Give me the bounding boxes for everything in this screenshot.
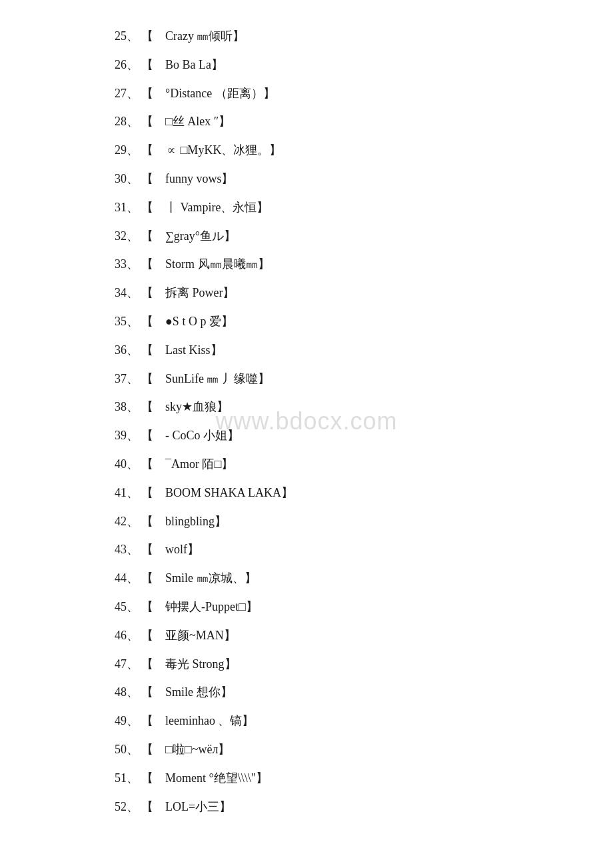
item-number: 49、 [107,711,139,731]
item-number: 50、 [107,740,139,759]
list-item: 30、【 funny vows】 [107,169,506,189]
item-number: 48、 [107,683,139,702]
item-number: 37、 [107,369,139,389]
item-text: 【 □丝 Alex ″】 [141,112,506,131]
list-item: 42、【 blingbling】 [107,512,506,531]
item-number: 39、 [107,426,139,445]
list-item: 41、【 BOOM SHAKA LAKA】 [107,483,506,503]
item-text: 【 亚颜~MAN】 [141,626,506,645]
item-text: 【 funny vows】 [141,169,506,189]
item-text: 【 °Distance （距离）】 [141,84,506,103]
list-item: 25、【 Crazy ㎜倾听】 [107,27,506,46]
item-text: 【 ●S t O p 爱】 [141,312,506,331]
list-item: 37、【 SunLife ㎜ 丿缘噬】 [107,369,506,389]
item-text: 【 LOL=小三】 [141,797,506,817]
item-number: 45、 [107,597,139,617]
item-number: 30、 [107,169,139,189]
item-text: 【 ¯Amor 陌□】 [141,455,506,474]
list-item: 50、【 □啦□~wёл】 [107,740,506,759]
list-item: 38、【 sky★血狼】 [107,397,506,417]
item-text: 【 Storm 风㎜晨曦㎜】 [141,255,506,274]
item-number: 38、 [107,397,139,417]
item-number: 47、 [107,655,139,674]
item-number: 33、 [107,255,139,274]
list-item: 32、【 ∑gray°鱼ル】 [107,227,506,246]
item-text: 【 毒光 Strong】 [141,655,506,674]
list-item: 46、【 亚颜~MAN】 [107,626,506,645]
item-number: 51、 [107,769,139,788]
item-text: 【 Smile ㎜凉城、】 [141,569,506,588]
item-number: 46、 [107,626,139,645]
list-item: 26、【 Bo Ba La】 [107,55,506,75]
item-number: 27、 [107,84,139,103]
item-text: 【 BOOM SHAKA LAKA】 [141,483,506,503]
list-item: 28、【 □丝 Alex ″】 [107,112,506,131]
list-item: 33、【 Storm 风㎜晨曦㎜】 [107,255,506,274]
item-text: 【 Last Kiss】 [141,341,506,360]
list-item: 40、【 ¯Amor 陌□】 [107,455,506,474]
list-item: 49、【 leeminhao 、镐】 [107,711,506,731]
list-item: 34、【 拆离 Power】 [107,283,506,303]
item-text: 【 丨 Vampire、永恒】 [141,198,506,217]
item-text: 【 leeminhao 、镐】 [141,711,506,731]
item-text: 【 □啦□~wёл】 [141,740,506,759]
item-text: 【 SunLife ㎜ 丿缘噬】 [141,369,506,389]
item-number: 34、 [107,283,139,303]
list-item: 39、【 - CoCo 小姐】 [107,426,506,445]
list-container: www.bdocx.com 25、【 Crazy ㎜倾听】26、【 Bo Ba … [107,27,506,816]
item-text: 【 拆离 Power】 [141,283,506,303]
item-number: 29、 [107,141,139,160]
list-item: 27、【 °Distance （距离）】 [107,84,506,103]
item-number: 42、 [107,512,139,531]
item-text: 【 sky★血狼】 [141,397,506,417]
item-text: 【 wolf】 [141,540,506,559]
list-item: 44、【 Smile ㎜凉城、】 [107,569,506,588]
list-item: 29、【 ∝ □MyKK、冰狸。】 [107,141,506,160]
item-number: 43、 [107,540,139,559]
item-number: 36、 [107,341,139,360]
item-text: 【 - CoCo 小姐】 [141,426,506,445]
item-text: 【 Moment °绝望\\\\"】 [141,769,506,788]
item-number: 41、 [107,483,139,503]
item-number: 35、 [107,312,139,331]
list-item: 36、【 Last Kiss】 [107,341,506,360]
item-number: 31、 [107,198,139,217]
item-text: 【 ∑gray°鱼ル】 [141,227,506,246]
list-item: 48、【 Smile 想你】 [107,683,506,702]
item-text: 【 钟摆人-Puppet□】 [141,597,506,617]
list-item: 35、【 ●S t O p 爱】 [107,312,506,331]
item-number: 44、 [107,569,139,588]
item-text: 【 ∝ □MyKK、冰狸。】 [141,141,506,160]
item-text: 【 Bo Ba La】 [141,55,506,75]
list-item: 45、【 钟摆人-Puppet□】 [107,597,506,617]
list-item: 52、【 LOL=小三】 [107,797,506,817]
list-item: 47、【 毒光 Strong】 [107,655,506,674]
item-text: 【 Smile 想你】 [141,683,506,702]
item-number: 40、 [107,455,139,474]
item-text: 【 Crazy ㎜倾听】 [141,27,506,46]
item-number: 26、 [107,55,139,75]
list-item: 43、【 wolf】 [107,540,506,559]
item-number: 32、 [107,227,139,246]
list-item: 31、【 丨 Vampire、永恒】 [107,198,506,217]
item-text: 【 blingbling】 [141,512,506,531]
item-number: 52、 [107,797,139,817]
list-item: 51、【 Moment °绝望\\\\"】 [107,769,506,788]
item-number: 28、 [107,112,139,131]
item-number: 25、 [107,27,139,46]
